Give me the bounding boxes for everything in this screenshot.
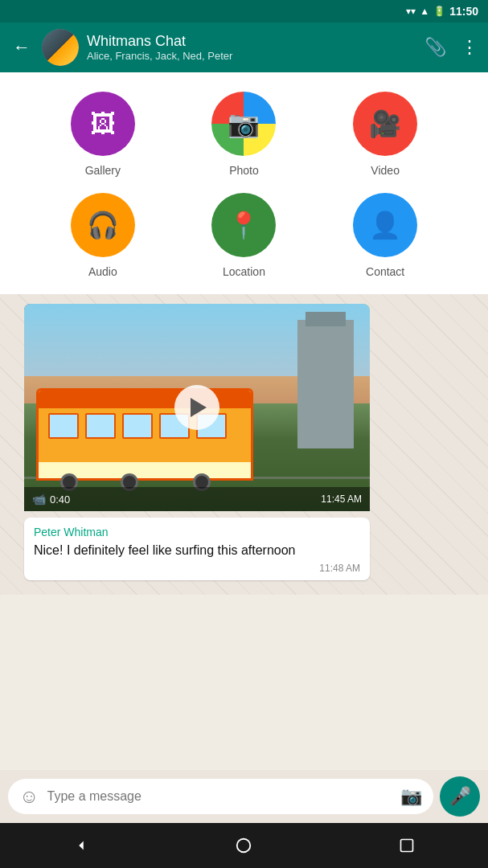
video-cam-icon: 📹 <box>32 493 46 506</box>
gallery-label: Gallery <box>85 164 121 177</box>
video-circle: 🎥 <box>353 92 417 156</box>
photo-label: Photo <box>229 164 259 177</box>
video-message: 📹 0:40 11:45 AM <box>24 304 370 511</box>
chat-members: Alice, Francis, Jack, Ned, Peter <box>87 50 416 62</box>
gallery-icon: 🖼 <box>90 109 116 139</box>
video-timestamp: 11:45 AM <box>321 493 362 505</box>
back-nav-button[interactable] <box>64 828 99 863</box>
mic-button[interactable]: 🎤 <box>440 776 480 817</box>
status-bar: ▾▾ ▲ 🔋 11:50 <box>0 0 488 23</box>
header-icons: 📎 ⋮ <box>424 37 478 58</box>
contact-circle: 👤 <box>353 193 417 257</box>
svg-marker-0 <box>79 841 84 850</box>
video-duration-text: 0:40 <box>50 493 70 506</box>
location-icon: 📍 <box>228 210 260 240</box>
media-gallery-button[interactable]: 🖼 Gallery <box>71 92 135 177</box>
photo-circle: 📷 <box>211 92 276 156</box>
media-video-button[interactable]: 🎥 Video <box>353 92 417 177</box>
media-location-button[interactable]: 📍 Location <box>211 193 276 278</box>
group-avatar <box>42 29 79 66</box>
chat-name: Whitmans Chat <box>87 33 416 50</box>
play-button[interactable] <box>174 385 219 430</box>
camera-button[interactable]: 📷 <box>400 786 422 807</box>
battery-icon: 🔋 <box>433 6 445 17</box>
video-label: Video <box>371 164 400 177</box>
svg-rect-2 <box>400 840 412 852</box>
mic-icon: 🎤 <box>449 786 471 807</box>
emoji-button[interactable]: ☺ <box>19 785 39 808</box>
media-contact-button[interactable]: 👤 Contact <box>353 193 417 278</box>
back-button[interactable]: ← <box>10 34 34 61</box>
video-icon: 🎥 <box>369 108 401 139</box>
header-text: Whitmans Chat Alice, Francis, Jack, Ned,… <box>87 33 416 62</box>
input-wrapper: ☺ 📷 <box>8 779 433 814</box>
message-input[interactable] <box>47 789 392 804</box>
media-audio-button[interactable]: 🎧 Audio <box>71 193 135 278</box>
signal-icon: ▲ <box>420 6 429 17</box>
contact-icon: 👤 <box>369 210 401 240</box>
location-circle: 📍 <box>211 193 276 257</box>
input-bar: ☺ 📷 🎤 <box>0 770 488 823</box>
media-row-2: 🎧 Audio 📍 Location 👤 Contact <box>0 193 488 278</box>
contact-label: Contact <box>366 265 404 278</box>
play-triangle-icon <box>191 398 207 417</box>
audio-label: Audio <box>88 265 117 278</box>
wifi-icon: ▾▾ <box>406 6 416 17</box>
recents-nav-button[interactable] <box>389 828 424 863</box>
audio-icon: 🎧 <box>87 210 119 240</box>
nav-bar <box>0 823 488 868</box>
text-message-bubble: Peter Whitman Nice! I definitely feel li… <box>24 518 370 580</box>
video-footer: 📹 0:40 11:45 AM <box>24 487 370 511</box>
media-photo-button[interactable]: 📷 Photo <box>211 92 276 177</box>
status-time: 11:50 <box>449 5 478 18</box>
media-options-panel: 🖼 Gallery 📷 Photo 🎥 Video <box>0 72 488 294</box>
more-options-icon[interactable]: ⋮ <box>461 37 478 58</box>
photo-icon: 📷 <box>228 108 260 139</box>
audio-circle: 🎧 <box>71 193 135 257</box>
chat-area: 📹 0:40 11:45 AM Peter Whitman Nice! I de… <box>0 294 488 595</box>
home-nav-button[interactable] <box>226 828 261 863</box>
media-row-1: 🖼 Gallery 📷 Photo 🎥 Video <box>0 92 488 177</box>
location-label: Location <box>223 265 265 278</box>
video-thumbnail[interactable]: 📹 0:40 11:45 AM <box>24 304 370 511</box>
gallery-circle: 🖼 <box>71 92 135 156</box>
sender-name: Peter Whitman <box>34 526 360 538</box>
video-duration: 📹 0:40 <box>32 493 70 506</box>
chat-header: ← Whitmans Chat Alice, Francis, Jack, Ne… <box>0 23 488 72</box>
svg-point-1 <box>237 839 251 853</box>
status-icons: ▾▾ ▲ 🔋 11:50 <box>406 5 478 18</box>
attachment-icon[interactable]: 📎 <box>424 37 446 58</box>
message-timestamp: 11:48 AM <box>34 563 360 574</box>
message-text: Nice! I definitely feel like surfing thi… <box>34 542 360 559</box>
